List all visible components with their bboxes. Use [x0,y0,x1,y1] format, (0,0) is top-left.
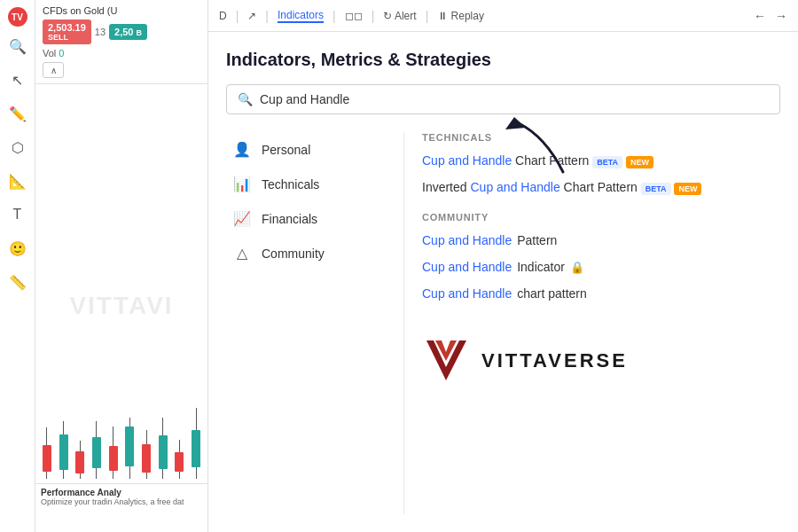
result-link-inverted-cup[interactable]: Cup and Handle [470,180,559,194]
result-text-pattern: Pattern [517,233,557,247]
logo-text: TV [12,12,23,22]
topbar-item-chart[interactable]: ↗ [247,10,256,22]
sidebar-icon-search[interactable]: 🔍 [4,32,32,60]
nav-item-community[interactable]: △ Community [226,236,386,270]
svg-marker-1 [426,340,466,380]
buy-price-label: B [137,28,143,37]
sidebar-icon-ruler[interactable]: 📏 [4,268,32,296]
sidebar-icon-cursor[interactable]: ↖ [4,66,32,94]
buy-price-value: 2,50 [114,27,133,37]
sidebar: TV 🔍 ↖ ✏️ ⬡ 📐 T 🙂 📏 [0,0,35,532]
topbar-item-indicators[interactable]: Indicators [278,9,324,23]
right-results: TECHNICALS Cup and Handle Chart Pattern … [403,132,780,514]
search-icon: 🔍 [238,92,253,106]
badge-new-2: NEW [674,183,701,195]
result-item-cup-chart[interactable]: Cup and Handle Chart Pattern BETA NEW [422,153,780,168]
result-text-chart-pattern2: chart pattern [517,286,587,301]
result-link-cup-chart-pattern2[interactable]: Cup and Handle [422,286,512,301]
vittaverse-logo: VITTAVERSE [422,336,780,385]
result-item-inverted-cup[interactable]: Inverted Cup and Handle Chart Pattern BE… [422,180,780,194]
badge-beta-1: BETA [592,156,622,168]
sell-price-value: 2,503.19 [48,22,86,33]
financials-icon: 📈 [233,210,251,227]
nav-item-community-label: Community [262,246,325,261]
top-bar: D | ↗ | Indicators | ◻◻ | ↻ Alert | ⏸ Re… [208,0,798,32]
chart-title: CFDs on Gold (U [43,5,200,16]
svg-marker-0 [505,117,526,129]
badge-new-1: NEW [626,156,653,168]
nav-forward-button[interactable]: → [775,9,787,23]
bottom-panel: Performance Analy Optimize your tradin A… [35,483,207,532]
price-count: 13 [95,27,106,37]
search-input[interactable] [260,92,769,106]
sidebar-icon-pen[interactable]: ✏️ [4,99,32,128]
nav-item-personal-label: Personal [262,143,310,157]
vittaverse-text: VITTAVERSE [481,349,628,372]
result-text-inverted: Inverted [422,180,470,194]
sidebar-icon-text[interactable]: T [4,200,32,229]
result-item-cup-indicator[interactable]: Cup and Handle Indicator 🔒 [422,260,780,274]
personal-icon: 👤 [233,141,251,158]
chart-area: CFDs on Gold (U 2,503.19 SELL 13 2,50 B … [35,0,208,532]
sell-price-label: SELL [48,33,86,42]
lock-icon: 🔒 [570,261,584,274]
vittaverse-v-logo [422,336,471,385]
left-nav: 👤 Personal 📊 Technicals 📈 Financials △ C… [226,132,403,514]
sidebar-icon-emoji[interactable]: 🙂 [4,234,32,262]
result-item-cup-chart-pattern[interactable]: Cup and Handle chart pattern [422,286,780,301]
nav-item-technicals[interactable]: 📊 Technicals [226,167,386,201]
nav-item-technicals-label: Technicals [262,177,319,192]
bottom-panel-description: Optimize your tradin Analytics, a free d… [41,497,202,508]
result-text-inverted-chart: Chart Pattern [564,180,638,194]
collapse-button[interactable]: ∧ [43,62,64,78]
nav-back-button[interactable]: ← [754,9,766,23]
main-panel: D | ↗ | Indicators | ◻◻ | ↻ Alert | ⏸ Re… [208,0,798,532]
nav-item-financials[interactable]: 📈 Financials [226,201,386,236]
logo[interactable]: TV [8,7,27,27]
topbar-item-layout[interactable]: ◻◻ [345,10,363,22]
sidebar-icon-measure[interactable]: 📐 [4,167,32,195]
result-link-cup-pattern[interactable]: Cup and Handle [422,233,512,247]
topbar-item-alert[interactable]: ↻ Alert [383,10,416,22]
bottom-panel-title: Performance Analy [41,488,202,497]
community-section-title: COMMUNITY [422,212,780,223]
sell-price[interactable]: 2,503.19 SELL [43,20,91,44]
result-item-cup-pattern[interactable]: Cup and Handle Pattern [422,233,780,247]
result-link-cup-indicator[interactable]: Cup and Handle [422,260,512,274]
sidebar-icon-shapes[interactable]: ⬡ [4,133,32,161]
vol-label: Vol [43,48,56,59]
nav-item-financials-label: Financials [262,212,317,226]
badge-beta-2: BETA [641,183,671,195]
chart-prices: 2,503.19 SELL 13 2,50 B [43,20,200,44]
nav-item-personal[interactable]: 👤 Personal [226,132,386,167]
two-col-layout: 👤 Personal 📊 Technicals 📈 Financials △ C… [226,132,780,514]
vol-line: Vol 0 [43,48,200,59]
content-area: Indicators, Metrics & Strategies 🔍 👤 Per… [208,32,798,532]
technicals-section-title: TECHNICALS [422,132,780,143]
topbar-item-d[interactable]: D [219,10,227,22]
chart-canvas: VITTAVI Performance Analy Optimize your … [35,84,207,532]
page-title: Indicators, Metrics & Strategies [226,50,780,70]
result-text-chart-pattern: Chart Pattern [515,153,589,168]
vol-value: 0 [59,48,64,59]
buy-price[interactable]: 2,50 B [109,24,147,40]
search-bar[interactable]: 🔍 [226,84,780,114]
result-link-cup-chart-pattern[interactable]: Cup and Handle [422,153,512,168]
candles [40,301,203,479]
result-text-indicator: Indicator [517,260,565,274]
chart-header: CFDs on Gold (U 2,503.19 SELL 13 2,50 B … [35,0,207,84]
technicals-icon: 📊 [233,176,251,192]
topbar-item-replay[interactable]: ⏸ Replay [437,10,484,22]
community-icon: △ [233,245,251,262]
